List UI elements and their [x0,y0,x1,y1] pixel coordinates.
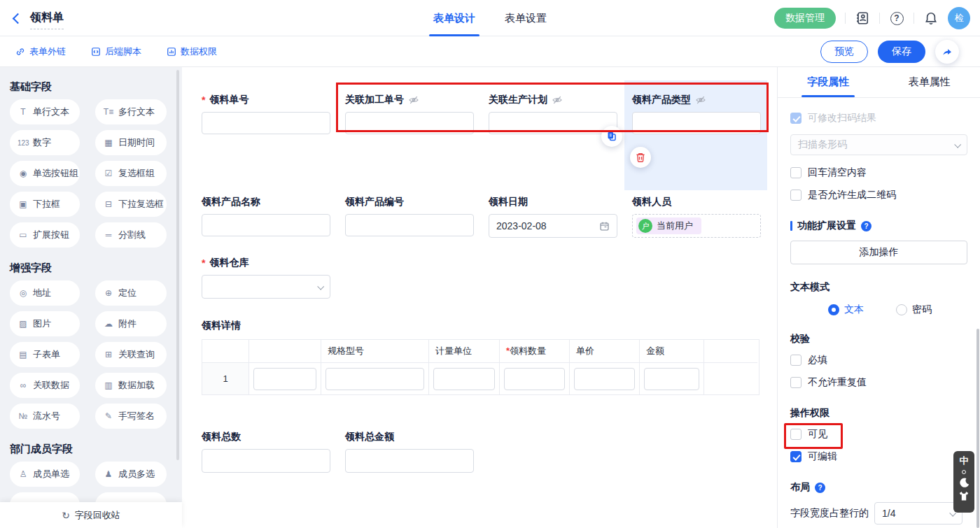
field-requisition-date[interactable]: 领料日期 2023-02-08 [489,195,617,238]
dark-mode-moon-icon[interactable] [958,477,970,489]
related-production-plan-input[interactable] [489,112,617,134]
product-type-input[interactable] [632,112,761,134]
save-button[interactable]: 保存 [878,41,925,63]
row-number: 1 [202,363,249,394]
sidebar-item-data-load[interactable]: ▥数据加载 [95,373,167,398]
sidebar-item-signature[interactable]: ✎手写签名 [95,404,167,429]
table-cell-input-amount[interactable] [644,368,699,390]
table-cell-input-spec[interactable] [326,368,424,390]
sidebar-item-extend-button[interactable]: ▭扩展按钮 [10,222,80,248]
radio-on-icon [828,304,839,315]
help-icon[interactable]: ? [889,10,904,26]
data-permission-link[interactable]: 数据权限 [167,45,217,58]
theme-shirt-icon[interactable] [958,491,969,501]
tab-form-properties[interactable]: 表单属性 [879,67,980,97]
related-data-icon: ∞ [18,380,29,390]
visible-permission-row: 可见 [790,428,967,441]
allow-qrcode-checkbox[interactable] [790,190,802,201]
sidebar-item-serial-number[interactable]: №流水号 [10,404,80,429]
sidebar-item-dropdown[interactable]: ▣下拉框 [10,192,80,217]
radio-text-mode-text[interactable]: 文本 [828,304,864,316]
col-header [704,340,757,363]
permission-title: 操作权限 [790,407,830,420]
total-amount-input[interactable] [345,449,474,473]
bell-icon[interactable] [923,10,939,26]
preview-button[interactable]: 预览 [820,41,868,63]
field-product-type-selected[interactable]: 领料产品类型 [632,93,761,176]
sidebar-item-location[interactable]: ⊕定位 [95,280,167,306]
product-code-input[interactable] [345,214,474,236]
top-bar: 领料单 表单设计 表单设置 数据管理 ? 检 [0,0,980,36]
avatar[interactable]: 检 [948,7,970,29]
required-checkbox[interactable] [790,355,802,366]
sidebar-item-address[interactable]: ◎地址 [10,280,80,306]
delete-field-button[interactable] [630,147,651,168]
clear-on-enter-checkbox[interactable] [790,167,802,178]
visible-checkbox[interactable] [790,429,802,440]
field-label: 领料产品类型 [632,94,691,106]
sidebar-item-subform[interactable]: ▤子表单 [10,342,80,367]
sidebar-item-number[interactable]: 123数字 [10,130,80,155]
sidebar-item-attachment[interactable]: ☁附件 [95,311,167,336]
tab-form-design[interactable]: 表单设计 [428,0,481,36]
warehouse-select[interactable] [202,275,330,299]
product-name-input[interactable] [202,214,330,236]
field-requisition-no[interactable]: *领料单号 [202,93,330,176]
col-header-amount: 金额 [640,340,704,363]
field-related-production-plan[interactable]: 关联生产计划 [489,93,617,176]
add-action-button[interactable]: 添加操作 [790,241,967,264]
sidebar-item-single-line-text[interactable]: T单行文本 [10,99,80,124]
field-total-quantity[interactable]: 领料总数 [202,430,330,473]
sidebar-item-multi-dropdown[interactable]: ⊟下拉复选框 [95,192,167,217]
field-total-amount[interactable]: 领料总金额 [345,430,474,473]
language-toggle[interactable]: 中 [960,455,969,467]
sidebar-item-related-data[interactable]: ∞关联数据 [10,373,80,398]
field-product-code[interactable]: 领料产品编号 [345,195,474,238]
sidebar-item-member-multi[interactable]: ♟成员多选 [95,462,167,487]
sidebar-item-radio-group[interactable]: ◉单选按钮组 [10,161,80,186]
sidebar-item-member-single[interactable]: ♙成员单选 [10,462,80,487]
sidebar-item-multi-line-text[interactable]: T≡多行文本 [95,99,167,124]
sidebar-scrollbar[interactable] [176,70,179,460]
tab-field-properties[interactable]: 字段属性 [778,67,879,97]
tab-form-settings[interactable]: 表单设置 [499,0,552,36]
copy-field-button[interactable] [601,126,622,147]
help-icon[interactable]: ? [815,483,825,493]
help-icon[interactable]: ? [861,221,872,231]
field-label: 领料人员 [632,196,671,208]
contact-book-icon[interactable] [855,10,870,26]
address-pin-icon: ◎ [18,288,29,298]
table-cell-input-price[interactable] [574,368,635,390]
radio-text-mode-password[interactable]: 密码 [896,304,932,316]
backend-script-link[interactable]: 后端脚本 [91,45,141,58]
field-requisition-person[interactable]: 领料人员 户 当前用户 [632,195,761,238]
sidebar-item-divider-line[interactable]: ═分割线 [95,222,167,248]
data-manage-button[interactable]: 数据管理 [774,8,836,29]
editable-checkbox[interactable] [790,451,802,462]
table-cell-input-unit[interactable] [433,368,495,390]
no-duplicate-checkbox[interactable] [790,377,802,388]
date-input[interactable]: 2023-02-08 [489,214,617,238]
validation-title: 校验 [790,333,810,345]
people-icon: ♟ [103,469,114,479]
sidebar-item-image[interactable]: ▨图片 [10,311,80,336]
field-label: 领料仓库 [209,257,248,269]
requisition-no-input[interactable] [202,112,330,134]
table-cell-input[interactable] [253,368,316,390]
field-warehouse[interactable]: *领料仓库 [202,256,330,299]
window-scrollbar[interactable] [976,329,979,528]
field-label: 领料日期 [489,196,528,208]
form-external-link[interactable]: 表单外链 [15,45,66,58]
share-button[interactable] [935,40,959,64]
field-recycle-bin[interactable]: ↻ 字段回收站 [0,502,182,528]
field-width-select[interactable]: 1/4 [874,502,962,525]
table-cell-input-qty[interactable] [504,368,565,390]
sidebar-item-related-query[interactable]: ⊞关联查询 [95,342,167,367]
field-product-name[interactable]: 领料产品名称 [202,195,330,238]
sidebar-item-checkbox-group[interactable]: ☑复选框组 [95,161,167,186]
person-input[interactable]: 户 当前用户 [632,214,761,238]
total-quantity-input[interactable] [202,449,330,473]
sidebar-item-datetime[interactable]: ▦日期时间 [95,130,167,155]
related-process-no-input[interactable] [345,112,474,134]
field-related-process-no[interactable]: 关联加工单号 [345,93,474,176]
